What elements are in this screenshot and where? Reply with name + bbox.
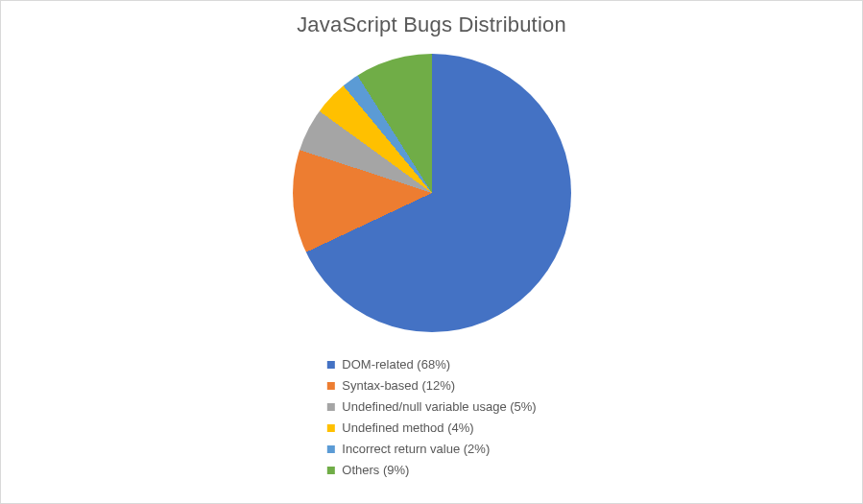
legend-label: Others (9%) xyxy=(342,460,409,481)
legend-item-undefined-method: Undefined method (4%) xyxy=(326,418,536,439)
legend-swatch xyxy=(326,445,334,453)
legend-swatch xyxy=(326,467,334,474)
legend-swatch xyxy=(326,403,334,411)
pie-graphic xyxy=(293,54,571,332)
legend-item-syntax-based: Syntax-based (12%) xyxy=(326,375,536,396)
chart-title: JavaScript Bugs Distribution xyxy=(1,12,862,37)
legend-label: Incorrect return value (2%) xyxy=(342,439,490,460)
legend-item-undefined-null: Undefined/null variable usage (5%) xyxy=(326,396,536,418)
legend-item-incorrect-return: Incorrect return value (2%) xyxy=(326,439,536,460)
legend-item-dom-related: DOM-related (68%) xyxy=(326,354,536,375)
legend-swatch xyxy=(326,361,334,369)
legend-label: Undefined method (4%) xyxy=(342,418,473,439)
legend: DOM-related (68%) Syntax-based (12%) Und… xyxy=(326,354,536,481)
legend-label: DOM-related (68%) xyxy=(342,354,450,375)
legend-item-others: Others (9%) xyxy=(326,460,536,481)
pie-chart xyxy=(293,54,571,332)
chart-container: JavaScript Bugs Distribution DOM-related… xyxy=(0,0,863,504)
legend-label: Undefined/null variable usage (5%) xyxy=(342,396,536,418)
legend-swatch xyxy=(326,424,334,432)
legend-label: Syntax-based (12%) xyxy=(342,375,455,396)
legend-swatch xyxy=(326,382,334,390)
